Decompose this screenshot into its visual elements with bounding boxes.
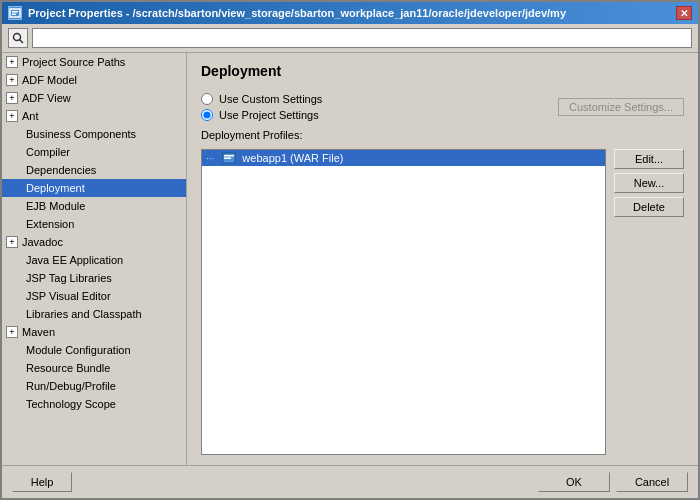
sidebar-item-extension[interactable]: Extension (2, 215, 186, 233)
sidebar-item-run-debug-profile[interactable]: Run/Debug/Profile (2, 377, 186, 395)
sidebar-item-adf-model[interactable]: + ADF Model (2, 71, 186, 89)
deployment-profiles-area: ··· webapp1 (WAR File) (201, 149, 684, 455)
search-icon-button[interactable] (8, 28, 28, 48)
sidebar-item-label: JSP Visual Editor (26, 290, 111, 302)
search-icon (12, 32, 24, 44)
sidebar-item-technology-scope[interactable]: Technology Scope (2, 395, 186, 413)
expand-icon[interactable]: + (6, 326, 18, 338)
sidebar-item-label: Resource Bundle (26, 362, 110, 374)
profiles-list[interactable]: ··· webapp1 (WAR File) (201, 149, 606, 455)
search-input[interactable] (32, 28, 692, 48)
svg-rect-7 (224, 158, 231, 160)
radio-custom-row: Use Custom Settings (201, 93, 322, 105)
sidebar-item-label: Business Components (26, 128, 136, 140)
svg-line-4 (20, 40, 24, 44)
panel-title: Deployment (201, 63, 684, 79)
svg-rect-6 (224, 155, 234, 157)
sidebar-item-project-source-paths[interactable]: + Project Source Paths (2, 53, 186, 71)
sidebar-item-label: Run/Debug/Profile (26, 380, 116, 392)
sidebar-item-label: Ant (22, 110, 39, 122)
new-button[interactable]: New... (614, 173, 684, 193)
delete-button[interactable]: Delete (614, 197, 684, 217)
sidebar-item-ant[interactable]: + Ant (2, 107, 186, 125)
profile-dots: ··· (206, 153, 214, 164)
svg-point-3 (14, 34, 21, 41)
sidebar-item-label: Libraries and Classpath (26, 308, 142, 320)
sidebar-item-module-configuration[interactable]: Module Configuration (2, 341, 186, 359)
radio-project-settings[interactable] (201, 109, 213, 121)
sidebar-item-label: Java EE Application (26, 254, 123, 266)
window-title: Project Properties - /scratch/sbarton/vi… (28, 7, 566, 19)
sidebar: + Project Source Paths + ADF Model + ADF… (2, 53, 187, 465)
title-bar-left: Project Properties - /scratch/sbarton/vi… (8, 6, 566, 20)
sidebar-item-jsp-visual-editor[interactable]: JSP Visual Editor (2, 287, 186, 305)
footer-right-buttons: OK Cancel (538, 472, 688, 492)
sidebar-item-label: JSP Tag Libraries (26, 272, 112, 284)
profile-action-buttons: Edit... New... Delete (614, 149, 684, 455)
sidebar-item-label: Maven (22, 326, 55, 338)
window-body: + Project Source Paths + ADF Model + ADF… (2, 24, 698, 465)
profiles-label: Deployment Profiles: (201, 129, 684, 141)
sidebar-item-business-components[interactable]: Business Components (2, 125, 186, 143)
customize-settings-button[interactable]: Customize Settings... (558, 98, 684, 116)
search-bar (2, 24, 698, 53)
expand-icon[interactable]: + (6, 236, 18, 248)
sidebar-item-label: Deployment (26, 182, 85, 194)
radio-custom-label: Use Custom Settings (219, 93, 322, 105)
footer: Help OK Cancel (2, 465, 698, 498)
profile-icon (222, 152, 236, 164)
sidebar-item-label: ADF View (22, 92, 71, 104)
sidebar-item-java-ee-application[interactable]: Java EE Application (2, 251, 186, 269)
expand-icon[interactable]: + (6, 74, 18, 86)
sidebar-item-label: Extension (26, 218, 74, 230)
radio-project-row: Use Project Settings (201, 109, 322, 121)
sidebar-item-maven[interactable]: + Maven (2, 323, 186, 341)
sidebar-item-label: Technology Scope (26, 398, 116, 410)
svg-rect-1 (12, 11, 18, 13)
sidebar-item-ejb-module[interactable]: EJB Module (2, 197, 186, 215)
main-window: Project Properties - /scratch/sbarton/vi… (0, 0, 700, 500)
main-content: + Project Source Paths + ADF Model + ADF… (2, 53, 698, 465)
sidebar-item-label: EJB Module (26, 200, 85, 212)
svg-rect-0 (10, 9, 20, 17)
sidebar-item-dependencies[interactable]: Dependencies (2, 161, 186, 179)
radio-project-label: Use Project Settings (219, 109, 319, 121)
title-bar: Project Properties - /scratch/sbarton/vi… (2, 2, 698, 24)
sidebar-item-compiler[interactable]: Compiler (2, 143, 186, 161)
help-button[interactable]: Help (12, 472, 72, 492)
close-button[interactable]: ✕ (676, 6, 692, 20)
profile-item-webapp1[interactable]: ··· webapp1 (WAR File) (202, 150, 605, 166)
sidebar-item-jsp-tag-libraries[interactable]: JSP Tag Libraries (2, 269, 186, 287)
radio-custom-settings[interactable] (201, 93, 213, 105)
svg-rect-2 (12, 14, 16, 16)
sidebar-item-label: Compiler (26, 146, 70, 158)
sidebar-item-label: Project Source Paths (22, 56, 125, 68)
expand-icon[interactable]: + (6, 56, 18, 68)
window-icon (8, 6, 22, 20)
sidebar-item-resource-bundle[interactable]: Resource Bundle (2, 359, 186, 377)
cancel-button[interactable]: Cancel (616, 472, 688, 492)
sidebar-item-javadoc[interactable]: + Javadoc (2, 233, 186, 251)
deployment-profiles-section: Deployment Profiles: ··· (201, 129, 684, 455)
expand-icon[interactable]: + (6, 110, 18, 122)
edit-button[interactable]: Edit... (614, 149, 684, 169)
sidebar-item-label: ADF Model (22, 74, 77, 86)
settings-radio-group: Use Custom Settings Use Project Settings (201, 93, 322, 121)
sidebar-item-libraries-and-classpath[interactable]: Libraries and Classpath (2, 305, 186, 323)
sidebar-item-adf-view[interactable]: + ADF View (2, 89, 186, 107)
right-panel: Deployment Use Custom Settings Use Proje… (187, 53, 698, 465)
profile-item-label: webapp1 (WAR File) (242, 152, 343, 164)
ok-button[interactable]: OK (538, 472, 610, 492)
expand-icon[interactable]: + (6, 92, 18, 104)
sidebar-item-label: Module Configuration (26, 344, 131, 356)
sidebar-item-label: Javadoc (22, 236, 63, 248)
sidebar-item-label: Dependencies (26, 164, 96, 176)
sidebar-item-deployment[interactable]: Deployment (2, 179, 186, 197)
